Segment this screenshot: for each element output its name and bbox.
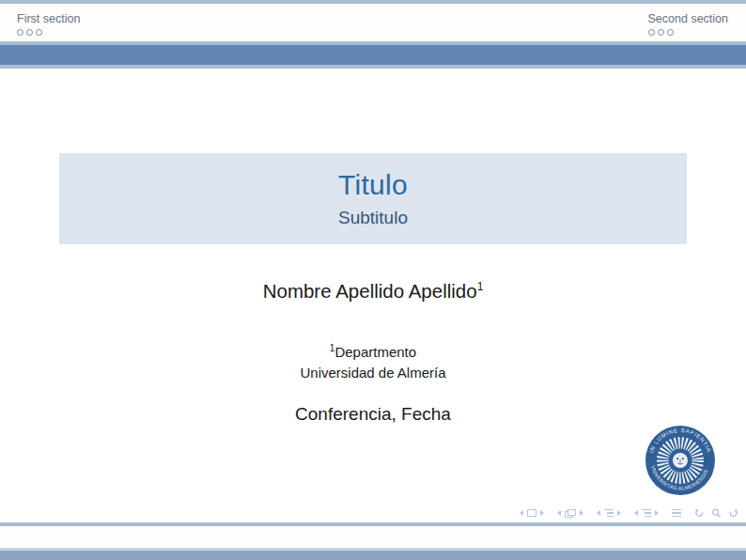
section-label[interactable]: First section	[17, 12, 80, 25]
conference-date: Conferencia, Fecha	[0, 404, 746, 425]
institute-department: 1Departmento	[0, 338, 746, 363]
header-blue-bar	[0, 45, 746, 65]
prev-section-icon[interactable]	[634, 510, 638, 516]
author-footnote-mark: 1	[477, 280, 484, 293]
mini-frame-dots	[648, 29, 674, 36]
title-box: Titulo Subtitulo	[59, 153, 687, 244]
frame-dot[interactable]	[658, 29, 664, 36]
history-nav-group	[694, 508, 738, 519]
section-label[interactable]: Second section	[648, 12, 728, 25]
frame-icon[interactable]	[565, 509, 576, 518]
subsection-icon[interactable]	[604, 509, 614, 518]
author-name: Nombre Apellido Apellido1	[0, 280, 746, 303]
author-text: Nombre Apellido Apellido	[263, 280, 477, 302]
frame-dot[interactable]	[648, 29, 655, 36]
frame-nav-group	[557, 509, 583, 518]
slide-icon[interactable]	[527, 509, 536, 517]
next-subsection-icon[interactable]	[617, 510, 621, 516]
next-section-icon[interactable]	[655, 510, 659, 516]
prev-slide-icon[interactable]	[520, 510, 523, 516]
beamer-slide: First section Second section Titulo Subt…	[0, 0, 746, 560]
search-icon[interactable]	[711, 508, 722, 519]
institute-block: 1Departmento Universidad de Almería	[0, 338, 746, 383]
section-icon[interactable]	[642, 509, 651, 518]
appendix-icon[interactable]	[672, 509, 681, 518]
forward-icon[interactable]	[728, 508, 738, 519]
prev-subsection-icon[interactable]	[597, 510, 600, 516]
page-subtitle: Subtitulo	[338, 208, 408, 228]
prev-frame-icon[interactable]	[557, 510, 561, 516]
sidebar-item-first-section[interactable]: First section	[17, 12, 80, 36]
header-navigation-row: First section Second section	[0, 4, 746, 41]
page-title: Titulo	[338, 169, 408, 201]
back-icon[interactable]	[694, 508, 705, 519]
appendix-nav-group	[672, 509, 681, 518]
next-frame-icon[interactable]	[580, 510, 583, 516]
footer-row: Titulo corredero Universidad de Almería	[0, 526, 746, 548]
slide-nav-group	[520, 509, 544, 517]
section-nav-group	[634, 509, 659, 518]
sidebar-item-second-section[interactable]: Second section	[648, 12, 728, 36]
beamer-navigation-bar	[520, 506, 738, 520]
subsection-nav-group	[597, 509, 621, 518]
bottom-bar	[0, 551, 746, 560]
frame-dot[interactable]	[26, 29, 33, 36]
department-text: Departmento	[334, 344, 416, 360]
frame-dot[interactable]	[17, 29, 23, 36]
institute-university: Universidad de Almería	[0, 363, 746, 383]
universidad-de-almeria-seal-icon: IN LUMINE SAPIENTIA VNIVERSITAS ALMERIEN…	[645, 425, 716, 496]
mini-frame-dots	[17, 29, 80, 36]
divider	[0, 65, 746, 69]
next-slide-icon[interactable]	[540, 510, 544, 516]
frame-dot[interactable]	[36, 29, 42, 36]
frame-dot[interactable]	[667, 29, 674, 36]
